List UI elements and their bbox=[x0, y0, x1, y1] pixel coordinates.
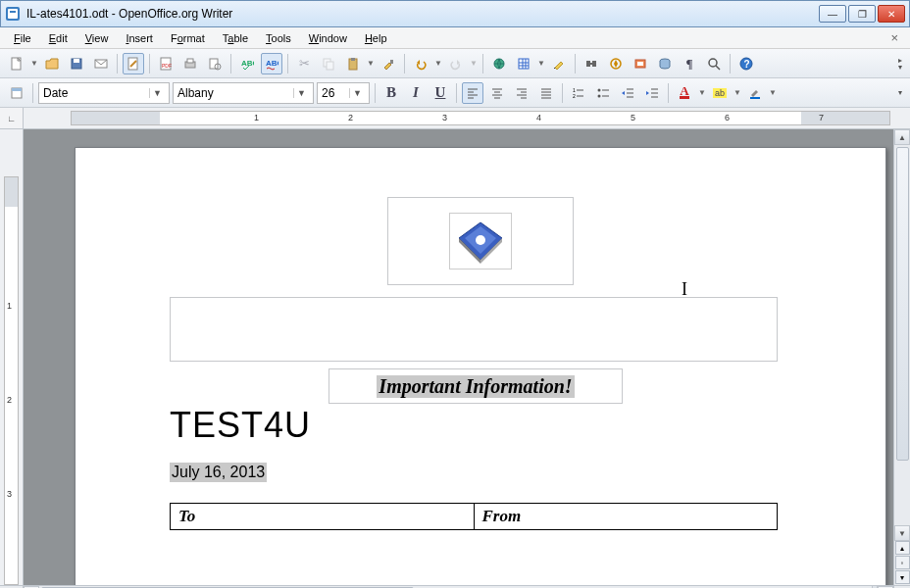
paragraph-style-combo[interactable]: Date ▼ bbox=[38, 82, 170, 104]
text-cursor: I bbox=[682, 279, 687, 300]
paragraph-style-value: Date bbox=[43, 86, 68, 100]
zoom-icon[interactable] bbox=[703, 53, 725, 74]
cut-icon[interactable]: ✂ bbox=[293, 53, 315, 74]
date-field: July 16, 2013 bbox=[170, 463, 267, 482]
styles-window-icon[interactable] bbox=[6, 82, 27, 104]
info-text: Important Information! bbox=[377, 375, 574, 398]
svg-rect-27 bbox=[637, 62, 643, 66]
align-center-button[interactable] bbox=[486, 82, 508, 104]
edit-doc-icon[interactable] bbox=[123, 53, 144, 74]
document-canvas[interactable]: Important Information! TEST4U July 16, 2… bbox=[24, 129, 893, 585]
nonprinting-icon[interactable]: ¶ bbox=[679, 53, 700, 74]
menu-help[interactable]: Help bbox=[357, 30, 395, 46]
vertical-ruler[interactable]: 1 2 3 bbox=[4, 176, 19, 585]
svg-rect-2 bbox=[10, 11, 16, 13]
menu-format[interactable]: Format bbox=[163, 30, 213, 46]
menu-table[interactable]: Table bbox=[215, 30, 256, 46]
show-draw-icon[interactable] bbox=[548, 53, 570, 74]
prev-page-button[interactable]: ▴ bbox=[895, 541, 910, 555]
spellcheck-icon[interactable]: ABC bbox=[236, 53, 258, 74]
new-icon[interactable] bbox=[6, 53, 27, 74]
svg-point-41 bbox=[476, 235, 485, 245]
italic-button[interactable]: I bbox=[405, 82, 427, 104]
table-dropdown[interactable]: ▼ bbox=[537, 59, 545, 68]
standard-toolbar: ▼ PDF ABC ABC ✂ ▼ ▼ ▼ ▼ ¶ ? ▸▾ bbox=[0, 49, 910, 78]
scroll-thumb[interactable] bbox=[896, 147, 909, 461]
maximize-button[interactable]: ❐ bbox=[848, 5, 876, 23]
minimize-button[interactable]: — bbox=[819, 5, 846, 23]
undo-icon[interactable] bbox=[410, 53, 431, 74]
font-name-value: Albany bbox=[177, 86, 214, 100]
outdent-button[interactable] bbox=[617, 82, 638, 104]
size-dropdown-icon[interactable]: ▼ bbox=[349, 88, 365, 98]
scroll-down-button[interactable]: ▼ bbox=[894, 525, 910, 541]
table-icon[interactable] bbox=[513, 53, 534, 74]
formatting-overflow[interactable]: ▾ bbox=[898, 89, 904, 96]
font-size-combo[interactable]: 26 ▼ bbox=[317, 82, 370, 104]
open-icon[interactable] bbox=[41, 53, 63, 74]
font-name-combo[interactable]: Albany ▼ bbox=[173, 82, 314, 104]
style-dropdown-icon[interactable]: ▼ bbox=[149, 88, 165, 98]
image-frame[interactable] bbox=[387, 197, 574, 285]
hyperlink-icon[interactable] bbox=[488, 53, 510, 74]
empty-frame[interactable] bbox=[170, 297, 778, 362]
svg-point-37 bbox=[598, 94, 601, 97]
numbered-list-button[interactable]: 12 bbox=[568, 82, 589, 104]
menu-insert[interactable]: Insert bbox=[118, 30, 161, 46]
menu-file[interactable]: File bbox=[6, 30, 39, 46]
paste-icon[interactable] bbox=[342, 53, 364, 74]
document-close-icon[interactable]: × bbox=[885, 30, 904, 45]
highlight-button[interactable]: ab bbox=[709, 82, 731, 104]
format-paintbrush-icon[interactable] bbox=[378, 53, 399, 74]
align-right-button[interactable] bbox=[511, 82, 532, 104]
menu-tools[interactable]: Tools bbox=[258, 30, 299, 46]
export-pdf-icon[interactable]: PDF bbox=[155, 53, 177, 74]
heading-text: TEST4U bbox=[170, 405, 311, 446]
svg-rect-17 bbox=[327, 62, 333, 70]
close-button[interactable]: ✕ bbox=[878, 5, 905, 23]
ruler-row: ∟ 1 2 3 4 5 6 7 bbox=[0, 108, 910, 129]
highlight-dropdown[interactable]: ▼ bbox=[733, 88, 741, 97]
undo-dropdown[interactable]: ▼ bbox=[434, 59, 442, 68]
menu-view[interactable]: View bbox=[77, 30, 117, 46]
gallery-icon[interactable] bbox=[630, 53, 651, 74]
next-page-button[interactable]: ▾ bbox=[895, 570, 910, 584]
copy-icon[interactable] bbox=[318, 53, 339, 74]
bold-button[interactable]: B bbox=[380, 82, 402, 104]
nav-object-button[interactable]: ◦ bbox=[895, 556, 910, 569]
svg-text:ABC: ABC bbox=[241, 59, 254, 68]
help-icon[interactable]: ? bbox=[735, 53, 757, 74]
new-dropdown[interactable]: ▼ bbox=[30, 59, 38, 68]
horizontal-ruler[interactable]: 1 2 3 4 5 6 7 bbox=[71, 111, 890, 125]
font-color-dropdown[interactable]: ▼ bbox=[698, 88, 706, 97]
align-left-button[interactable] bbox=[462, 82, 483, 104]
save-icon[interactable] bbox=[66, 53, 87, 74]
bullet-list-button[interactable] bbox=[592, 82, 614, 104]
preview-icon[interactable] bbox=[204, 53, 226, 74]
app-icon bbox=[5, 6, 21, 22]
underline-button[interactable]: U bbox=[430, 82, 451, 104]
bgcolor-dropdown[interactable]: ▼ bbox=[769, 88, 777, 97]
paste-dropdown[interactable]: ▼ bbox=[367, 59, 375, 68]
redo-icon[interactable] bbox=[445, 53, 467, 74]
work-area: 1 2 3 Important Information! bbox=[0, 129, 910, 585]
find-icon[interactable] bbox=[581, 53, 602, 74]
navigator-icon[interactable] bbox=[605, 53, 627, 74]
redo-dropdown[interactable]: ▼ bbox=[470, 59, 478, 68]
autospell-icon[interactable]: ABC bbox=[261, 53, 282, 74]
print-icon[interactable] bbox=[179, 53, 201, 74]
email-icon[interactable] bbox=[90, 53, 112, 74]
menu-edit[interactable]: Edit bbox=[41, 30, 76, 46]
toolbar-overflow[interactable]: ▸▾ bbox=[898, 57, 904, 71]
menu-window[interactable]: Window bbox=[301, 30, 355, 46]
indent-button[interactable] bbox=[641, 82, 663, 104]
align-justify-button[interactable] bbox=[535, 82, 557, 104]
scroll-up-button[interactable]: ▲ bbox=[894, 129, 910, 145]
datasources-icon[interactable] bbox=[654, 53, 676, 74]
font-color-button[interactable]: A bbox=[674, 82, 695, 104]
font-dropdown-icon[interactable]: ▼ bbox=[293, 88, 309, 98]
info-frame[interactable]: Important Information! bbox=[329, 368, 623, 404]
bgcolor-button[interactable] bbox=[744, 82, 766, 104]
to-from-table[interactable]: To From bbox=[170, 503, 778, 530]
vertical-scrollbar[interactable]: ▲ ▼ ▴ ◦ ▾ bbox=[893, 129, 910, 585]
